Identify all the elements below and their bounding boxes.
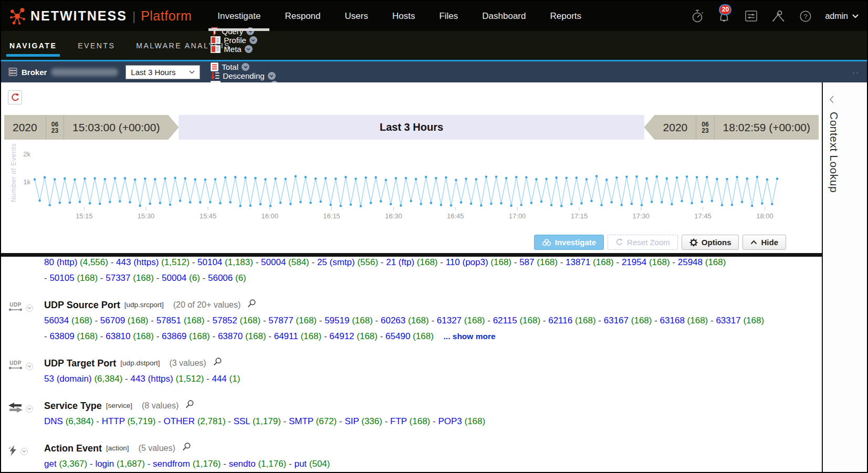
meta-value-link[interactable]: put: [294, 459, 307, 469]
brand-logo[interactable]: NETWITNESS | Platform: [9, 7, 192, 25]
meta-value-link[interactable]: POP3: [438, 416, 462, 426]
section-collapse-chevron-icon[interactable]: [26, 405, 33, 413]
meta-value-link[interactable]: sendto: [229, 459, 256, 469]
meta-value: - 13871 (168): [560, 257, 614, 267]
meta-value-link[interactable]: 587: [519, 257, 534, 267]
meta-value-link[interactable]: HTTP: [102, 416, 125, 426]
meta-value-link[interactable]: 63809: [49, 331, 74, 341]
show-more-link[interactable]: ... show more: [444, 332, 496, 341]
toolbar-overflow-dots[interactable]: ··: [852, 68, 862, 77]
meta-value-link[interactable]: SIP: [344, 416, 359, 426]
subnav-tab-malware-analysis[interactable]: MALWARE ANALYSIS: [136, 31, 231, 60]
meta-value-link[interactable]: 57852: [212, 316, 237, 325]
user-menu[interactable]: admin: [825, 12, 859, 21]
investigate-button[interactable]: Investigate: [534, 235, 604, 250]
meta-value-link[interactable]: FTP: [390, 416, 407, 426]
meta-value-link[interactable]: 64912: [329, 331, 354, 341]
meta-value-count: (168): [410, 416, 431, 426]
help-icon[interactable]: ?: [799, 9, 812, 23]
meta-value-link[interactable]: 21954: [622, 257, 646, 267]
meta-value-link[interactable]: 50004: [261, 257, 286, 267]
meta-value-link[interactable]: SMTP: [289, 416, 313, 426]
meta-value-link[interactable]: 25 (smtp): [317, 257, 355, 267]
options-button[interactable]: Options: [682, 235, 739, 250]
meta-value-link[interactable]: 63870: [218, 331, 243, 341]
search-magnifier-icon[interactable]: [182, 442, 191, 451]
jobs-panel-icon[interactable]: [744, 9, 758, 23]
meta-value-link[interactable]: 56034: [44, 316, 69, 325]
chevron-left-icon[interactable]: [829, 95, 834, 106]
meta-value-link[interactable]: sendfrom: [153, 459, 190, 469]
toolbar-item-total[interactable]: Total: [206, 62, 283, 71]
reset-zoom-button[interactable]: Reset Zoom: [608, 235, 678, 250]
chevron-down-icon[interactable]: [242, 63, 249, 71]
meta-value-link[interactable]: 63317: [716, 316, 740, 325]
meta-value-link[interactable]: 62115: [493, 316, 517, 325]
main-tab-respond[interactable]: Respond: [273, 1, 332, 31]
range-end-block[interactable]: 2020 0623 18:02:59 (+00:00): [644, 115, 819, 140]
chevron-down-icon[interactable]: [249, 36, 257, 44]
events-timeline-chart[interactable]: Number of Events 1k2k15:1515:3015:4516:0…: [16, 141, 818, 224]
brand-name: NETWITNESS: [30, 8, 127, 24]
meta-value-link[interactable]: 57851: [156, 316, 181, 325]
subnav-tab-navigate[interactable]: NAVIGATE: [9, 31, 57, 60]
service-selector[interactable]: Broker: [6, 68, 120, 77]
meta-value-link[interactable]: 80 (http): [44, 257, 77, 267]
search-magnifier-icon[interactable]: [185, 400, 194, 409]
meta-value-link[interactable]: 50104: [197, 257, 222, 267]
meta-value-link[interactable]: 63168: [660, 316, 685, 325]
admin-tools-icon[interactable]: [771, 9, 786, 23]
main-tab-reports[interactable]: Reports: [538, 1, 593, 31]
meta-value-link[interactable]: 65490: [385, 331, 410, 341]
meta-value-link[interactable]: 50105: [49, 273, 74, 283]
meta-value-link[interactable]: 50004: [162, 273, 186, 283]
toolbar-item-descending[interactable]: Descending: [206, 71, 283, 80]
main-tab-hosts[interactable]: Hosts: [380, 1, 427, 31]
section-collapse-chevron-icon[interactable]: [26, 304, 33, 312]
meta-value-count: (168): [133, 273, 154, 283]
meta-value-link[interactable]: 13871: [566, 257, 590, 267]
meta-value-link[interactable]: 25948: [678, 257, 703, 267]
meta-value-link[interactable]: 62116: [548, 316, 572, 325]
main-tab-files[interactable]: Files: [427, 1, 470, 31]
search-magnifier-icon[interactable]: [247, 299, 256, 308]
stopwatch-icon[interactable]: [691, 9, 704, 23]
meta-value-link[interactable]: 56006: [208, 273, 233, 283]
meta-value-link[interactable]: 110 (pop3): [446, 257, 488, 267]
meta-value-link[interactable]: 63810: [106, 331, 130, 341]
time-range-select[interactable]: Last 3 Hours: [126, 65, 200, 79]
meta-value-link[interactable]: 443 (https): [130, 374, 173, 384]
chevron-down-icon[interactable]: [268, 72, 276, 80]
meta-value-link[interactable]: 61327: [437, 316, 462, 325]
meta-value-link[interactable]: 443 (https): [116, 257, 159, 267]
reload-button[interactable]: [8, 90, 22, 104]
meta-value-link[interactable]: 57877: [268, 316, 293, 325]
meta-value-link[interactable]: login: [95, 459, 114, 469]
section-collapse-chevron-icon[interactable]: [20, 448, 28, 455]
meta-value-link[interactable]: 57337: [106, 273, 130, 283]
search-magnifier-icon[interactable]: [213, 357, 222, 366]
meta-value-link[interactable]: 63869: [162, 331, 186, 341]
meta-value-link[interactable]: 60263: [381, 316, 405, 325]
meta-value-link[interactable]: DNS: [44, 416, 63, 426]
meta-value-link[interactable]: 444: [212, 374, 226, 384]
meta-value-link[interactable]: 64911: [274, 331, 298, 341]
subnav-tab-events[interactable]: EVENTS: [78, 31, 115, 60]
meta-value-link[interactable]: OTHER: [163, 416, 195, 426]
meta-value-link[interactable]: 63167: [604, 316, 629, 325]
main-tab-investigate[interactable]: Investigate: [205, 1, 273, 31]
meta-value-link[interactable]: get: [44, 459, 57, 469]
range-start-block[interactable]: 2020 0623 15:03:00 (+00:00): [4, 115, 179, 140]
chart-plot[interactable]: 1k2k15:1515:3015:4516:0016:1516:3016:451…: [16, 141, 818, 226]
meta-value-link[interactable]: SSL: [234, 416, 250, 426]
meta-value-link[interactable]: 53 (domain): [44, 374, 92, 384]
hide-button[interactable]: Hide: [742, 235, 786, 250]
chevron-down-icon[interactable]: [245, 45, 253, 53]
meta-value-link[interactable]: 56709: [100, 316, 125, 325]
notification-bell-icon[interactable]: 20: [717, 9, 731, 24]
meta-value-link[interactable]: 59519: [325, 316, 349, 325]
section-collapse-chevron-icon[interactable]: [26, 363, 33, 370]
main-tab-users[interactable]: Users: [333, 1, 380, 31]
main-tab-dashboard[interactable]: Dashboard: [470, 1, 538, 31]
meta-value-link[interactable]: 21 (ftp): [386, 257, 414, 267]
